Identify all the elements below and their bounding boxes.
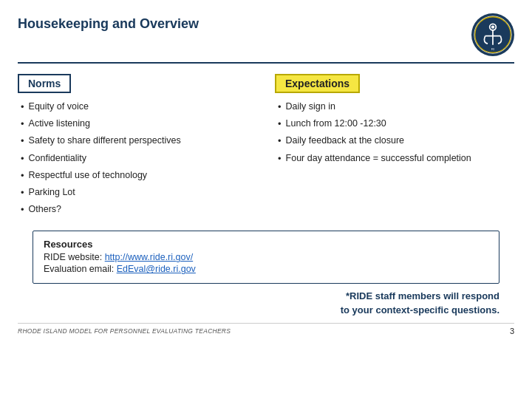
list-item: Active listening xyxy=(21,117,257,131)
page-number: 3 xyxy=(510,327,514,335)
svg-point-4 xyxy=(491,25,494,28)
list-item: Safety to share different perspectives xyxy=(21,134,257,148)
list-item: Confidentiality xyxy=(21,152,257,166)
page-title: Housekeeping and Overview xyxy=(18,13,199,32)
resources-email-label: Evaluation email: xyxy=(44,264,117,274)
resources-title: Resources xyxy=(44,239,488,250)
list-item: Parking Lot xyxy=(21,186,257,200)
list-item: Lunch from 12:00 -12:30 xyxy=(278,117,514,131)
list-item: Daily feedback at the closure xyxy=(278,134,514,148)
logo: RI xyxy=(471,13,514,56)
list-item: Others? xyxy=(21,203,257,216)
norms-list: Equity of voice Active listening Safety … xyxy=(18,100,257,216)
list-item: Daily sign in xyxy=(278,100,514,114)
resources-website: RIDE website: http://www.ride.ri.gov/ xyxy=(44,252,488,262)
list-item: Equity of voice xyxy=(21,100,257,114)
slide: Housekeeping and Overview RI Norms E xyxy=(0,0,532,399)
list-item: Four day attendance = successful complet… xyxy=(278,152,514,166)
svg-text:RI: RI xyxy=(491,47,494,51)
footer-text: RHODE ISLAND MODEL FOR PERSONNEL EVALUAT… xyxy=(18,327,231,335)
resources-email: Evaluation email: EdEval@ride.ri.gov xyxy=(44,264,488,274)
list-item: Respectful use of technology xyxy=(21,169,257,183)
resources-box: Resources RIDE website: http://www.ride.… xyxy=(33,231,499,284)
expectations-list: Daily sign in Lunch from 12:00 -12:30 Da… xyxy=(275,100,514,166)
main-content: Norms Equity of voice Active listening S… xyxy=(18,74,514,220)
norms-section: Norms Equity of voice Active listening S… xyxy=(18,74,257,220)
resources-website-label: RIDE website: xyxy=(44,252,105,262)
expectations-section: Expectations Daily sign in Lunch from 12… xyxy=(275,74,514,220)
expectations-label: Expectations xyxy=(275,74,360,93)
footer: RHODE ISLAND MODEL FOR PERSONNEL EVALUAT… xyxy=(18,323,514,335)
resources-website-link[interactable]: http://www.ride.ri.gov/ xyxy=(105,252,194,262)
norms-label: Norms xyxy=(18,74,71,93)
resources-email-link[interactable]: EdEval@ride.ri.gov xyxy=(117,264,196,274)
note-text: *RIDE staff members will respondto your … xyxy=(18,290,499,316)
header: Housekeeping and Overview RI xyxy=(18,13,514,64)
